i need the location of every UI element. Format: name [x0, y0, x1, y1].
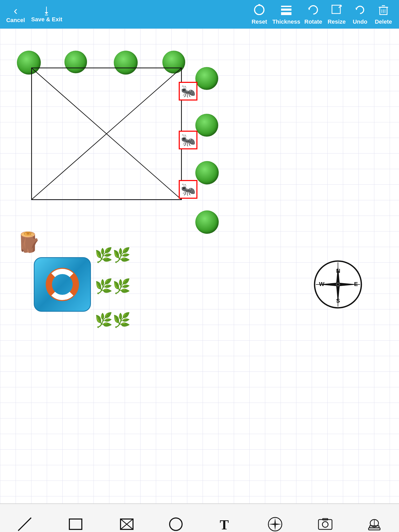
rectangle-icon — [68, 516, 83, 532]
svg-point-40 — [274, 523, 276, 525]
rotate-button[interactable]: Rotate — [303, 4, 324, 25]
svg-point-33 — [170, 518, 182, 530]
rotate-label: Rotate — [304, 18, 322, 25]
reset-icon — [253, 4, 265, 18]
svg-point-27 — [337, 283, 339, 286]
svg-rect-29 — [69, 519, 82, 529]
compass-stamp: N S W E — [313, 260, 363, 309]
top-toolbar: ‹ Cancel ⭳ Save & Exit Reset — [0, 0, 399, 29]
svg-rect-2 — [281, 6, 291, 7]
tree-stump: 🪵 — [17, 231, 40, 253]
thickness-icon — [280, 4, 292, 18]
save-exit-icon: ⭳ — [42, 6, 52, 16]
undo-button[interactable]: Undo — [350, 4, 370, 25]
circle-icon — [168, 516, 184, 532]
undo-label: Undo — [353, 18, 367, 25]
cancel-button[interactable]: ‹ Cancel — [5, 5, 26, 24]
svg-text:W: W — [319, 281, 324, 287]
roof-icon — [119, 516, 135, 532]
svg-text:N: N — [336, 268, 340, 274]
delete-label: Delete — [375, 18, 392, 25]
photo-icon — [317, 516, 333, 532]
svg-text:T: T — [220, 517, 229, 532]
resize-button[interactable]: Resize — [326, 4, 347, 25]
svg-rect-41 — [318, 520, 332, 529]
life-ring — [47, 269, 78, 300]
cancel-icon: ‹ — [14, 5, 18, 16]
bush-cluster-3: 🌿🌿 — [95, 312, 131, 329]
pool-stamp — [34, 257, 91, 312]
svg-rect-4 — [281, 12, 291, 15]
svg-point-42 — [322, 522, 328, 527]
thickness-label: Thickness — [272, 18, 300, 25]
line-tool-button[interactable]: Line — [10, 516, 39, 532]
svg-marker-36 — [274, 518, 276, 524]
svg-line-28 — [18, 518, 31, 531]
reset-button[interactable]: Reset — [249, 4, 270, 25]
bush-cluster-1: 🌿🌿 — [95, 247, 131, 264]
svg-text:E: E — [354, 281, 358, 287]
save-exit-button[interactable]: ⭳ Save & Exit — [31, 6, 62, 23]
svg-rect-45 — [369, 528, 380, 530]
svg-marker-5 — [308, 8, 310, 10]
rectangle-shape — [31, 68, 182, 200]
cancel-label: Cancel — [6, 17, 25, 24]
canvas-area[interactable]: 🐜 🐜 🐜 🪵 🌿🌿 🌿🌿 🌿🌿 N S — [0, 29, 399, 503]
bush-cluster-2: 🌿🌿 — [95, 278, 131, 295]
bush-6 — [195, 114, 218, 137]
ant-stamp-2: 🐜 — [179, 131, 197, 149]
rectangle-tool-button[interactable]: Rectangle — [59, 516, 92, 532]
bush-8 — [195, 210, 219, 234]
undo-icon — [354, 4, 366, 18]
line-icon — [17, 516, 32, 532]
save-exit-label: Save & Exit — [31, 16, 62, 23]
stamp-tool-button[interactable]: Stamp — [360, 516, 389, 532]
svg-marker-37 — [274, 524, 276, 530]
delete-icon — [377, 4, 390, 18]
svg-rect-3 — [281, 9, 291, 11]
svg-rect-6 — [332, 5, 340, 14]
bush-5 — [195, 67, 218, 90]
circle-tool-button[interactable]: Circle — [162, 516, 190, 532]
resize-label: Resize — [328, 18, 346, 25]
bottom-toolbar: Line Rectangle Roof Circle — [0, 503, 399, 532]
reset-label: Reset — [251, 18, 267, 25]
svg-marker-7 — [355, 8, 357, 10]
compass-tool-button[interactable]: Compass — [260, 516, 290, 532]
compass-tool-icon — [267, 516, 283, 532]
text-icon: T — [217, 516, 233, 532]
bush-7 — [195, 161, 219, 184]
svg-text:S: S — [336, 297, 340, 304]
photo-tool-button[interactable]: Photo — [311, 516, 340, 532]
stamp-icon — [367, 516, 382, 532]
rect-x-lines — [32, 68, 181, 199]
svg-marker-39 — [275, 523, 281, 525]
delete-button[interactable]: Delete — [373, 4, 394, 25]
svg-marker-38 — [269, 523, 275, 525]
roof-tool-button[interactable]: Roof — [112, 516, 141, 532]
ant-stamp-1: 🐜 — [179, 82, 197, 101]
text-tool-button[interactable]: T Text — [211, 516, 239, 532]
rotate-icon — [307, 4, 320, 18]
ant-stamp-3: 🐜 — [179, 180, 197, 199]
thickness-button[interactable]: Thickness — [272, 4, 300, 25]
resize-icon — [330, 4, 343, 18]
